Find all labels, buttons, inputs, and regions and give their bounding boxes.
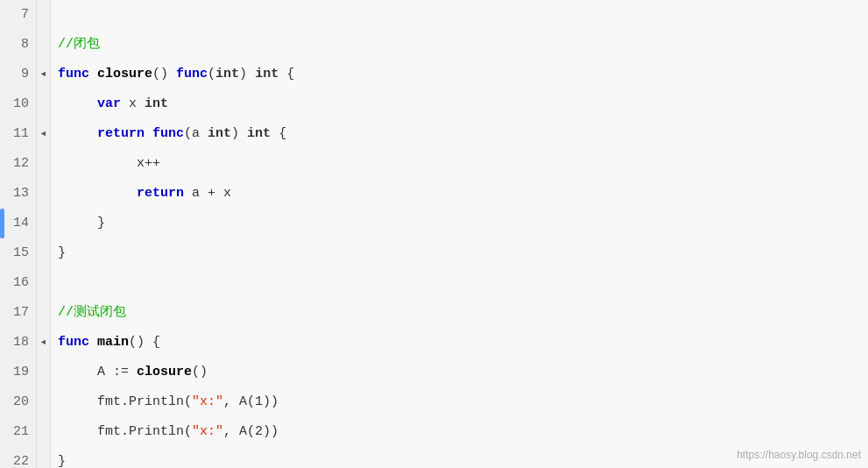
line-number: 16 — [0, 268, 37, 298]
no-arrow — [37, 179, 51, 209]
line-number: 20 — [0, 387, 37, 417]
code-line: 17//测试闭包 — [0, 298, 868, 328]
type-token: int — [247, 126, 271, 141]
code-content: fmt.Println("x:", A(2)) — [51, 417, 868, 447]
code-line: 14 } — [0, 209, 868, 238]
plain-token: () { — [129, 335, 160, 350]
line-number: 7 — [0, 0, 37, 30]
line-number: 10 — [0, 89, 37, 119]
kw-token: return — [137, 186, 184, 201]
collapse-arrow[interactable] — [37, 328, 51, 358]
line-number: 21 — [0, 417, 37, 447]
code-content: //测试闭包 — [51, 298, 868, 328]
plain-token — [58, 126, 97, 141]
line-number: 17 — [0, 298, 37, 328]
plain-token — [145, 126, 152, 141]
code-line: 8//闭包 — [0, 30, 868, 60]
line-number: 19 — [0, 358, 37, 387]
kw-token: func — [176, 67, 208, 82]
type-token: int — [208, 126, 231, 141]
comment-token: //闭包 — [58, 37, 100, 52]
no-arrow — [37, 209, 51, 238]
plain-token — [89, 335, 97, 350]
collapse-arrow[interactable] — [37, 119, 51, 149]
no-arrow — [37, 447, 51, 468]
collapse-indicator — [0, 209, 4, 238]
no-arrow — [37, 0, 51, 30]
code-line: 12 x++ — [0, 149, 868, 179]
code-content: func closure() func(int) int { — [51, 60, 868, 89]
code-content: //闭包 — [51, 30, 868, 60]
line-number: 8 — [0, 30, 37, 60]
plain-token: A := — [58, 365, 137, 379]
fn-name-token: closure — [97, 67, 152, 82]
code-content: fmt.Println("x:", A(1)) — [51, 387, 868, 417]
plain-token: fmt.Println( — [58, 394, 192, 409]
no-arrow — [37, 358, 51, 387]
kw-token: func — [58, 335, 89, 350]
kw-token: func — [152, 126, 184, 141]
string-token: "x:" — [192, 424, 223, 439]
collapse-arrow[interactable] — [37, 60, 51, 89]
plain-token: () — [192, 365, 208, 379]
string-token: "x:" — [192, 394, 223, 409]
plain-token: x — [121, 96, 145, 111]
code-container: 78//闭包9func closure() func(int) int {10 … — [0, 0, 868, 468]
line-number: 11 — [0, 119, 37, 149]
code-line: 15} — [0, 238, 868, 268]
type-token: int — [255, 67, 279, 82]
plain-token: { — [279, 67, 294, 82]
kw-token: var — [97, 96, 121, 111]
plain-token: ) — [239, 67, 255, 82]
line-number: 13 — [0, 179, 37, 209]
code-line: 13 return a + x — [0, 179, 868, 209]
code-content: return a + x — [51, 179, 868, 209]
plain-token: , A(2)) — [223, 424, 279, 439]
code-content: func main() { — [51, 328, 868, 358]
plain-token: () — [152, 67, 176, 82]
code-line: 19 A := closure() — [0, 358, 868, 387]
no-arrow — [37, 387, 51, 417]
code-line: 7 — [0, 0, 868, 30]
code-content: x++ — [51, 149, 868, 179]
plain-token: a + x — [184, 186, 231, 201]
code-content: A := closure() — [51, 358, 868, 387]
no-arrow — [37, 30, 51, 60]
plain-token: { — [271, 126, 286, 141]
plain-token: } — [58, 245, 66, 260]
code-content: } — [51, 209, 868, 238]
code-line: 11 return func(a int) int { — [0, 119, 868, 149]
watermark: https://haosy.blog.csdn.net — [737, 449, 861, 461]
comment-token: //测试闭包 — [58, 305, 126, 320]
no-arrow — [37, 417, 51, 447]
code-line: 20 fmt.Println("x:", A(1)) — [0, 387, 868, 417]
plain-token — [58, 96, 97, 111]
no-arrow — [37, 238, 51, 268]
line-number: 22 — [0, 447, 37, 468]
plain-token: (a — [184, 126, 208, 141]
code-content — [51, 0, 868, 30]
line-number: 18 — [0, 328, 37, 358]
fn-name-token: closure — [137, 365, 192, 379]
no-arrow — [37, 149, 51, 179]
no-arrow — [37, 89, 51, 119]
no-arrow — [37, 268, 51, 298]
fn-name-token: main — [97, 335, 129, 350]
no-arrow — [37, 298, 51, 328]
plain-token: } — [58, 216, 105, 230]
line-number: 14 — [0, 209, 37, 238]
plain-token: ) — [231, 126, 247, 141]
code-line: 10 var x int — [0, 89, 868, 119]
line-number: 9 — [0, 60, 37, 89]
code-content: return func(a int) int { — [51, 119, 868, 149]
plain-token: ( — [208, 67, 215, 82]
kw-token: return — [97, 126, 145, 141]
code-line: 9func closure() func(int) int { — [0, 60, 868, 89]
type-token: int — [145, 96, 168, 111]
code-content: var x int — [51, 89, 868, 119]
line-number: 12 — [0, 149, 37, 179]
code-content — [51, 268, 868, 298]
plain-token: , A(1)) — [223, 394, 279, 409]
kw-token: func — [58, 67, 89, 82]
plain-token — [58, 186, 137, 201]
